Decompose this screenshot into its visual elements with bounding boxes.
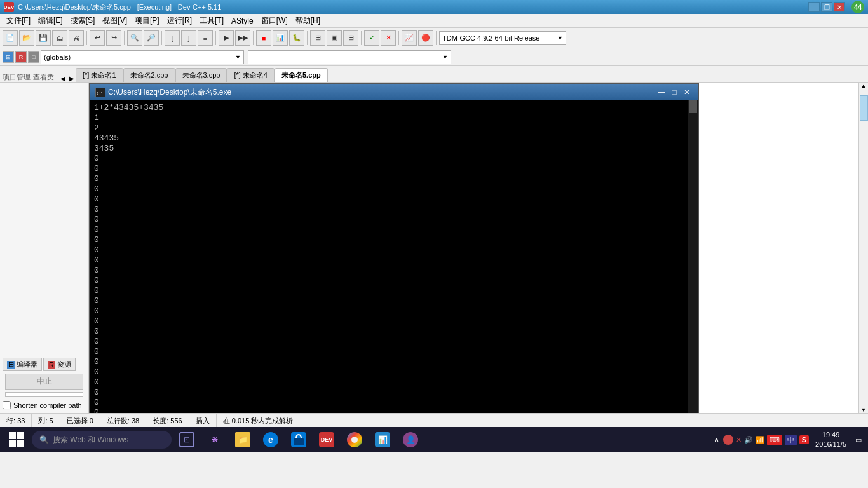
new-button[interactable]: 📄 <box>3 30 18 46</box>
debug-button[interactable]: 🐛 <box>289 30 304 46</box>
tray-ime-icon[interactable]: 中 <box>785 435 797 445</box>
view-split-button[interactable]: ▣ <box>327 30 342 46</box>
project-manager-nav[interactable]: 项目管理 <box>3 72 31 82</box>
menu-view[interactable]: 视图[V] <box>98 14 131 27</box>
console-maximize-button[interactable]: □ <box>668 87 680 97</box>
stop-compile-button[interactable]: ■ <box>256 30 271 46</box>
menu-search[interactable]: 搜索[S] <box>67 14 99 27</box>
class-browse-button[interactable]: ⊞ <box>3 51 14 63</box>
compiler-dropdown[interactable]: TDM-GCC 4.9.2 64-bit Release ▼ <box>439 31 566 45</box>
undo-button[interactable]: ↩ <box>90 30 105 46</box>
console-scrollbar[interactable] <box>688 100 698 413</box>
find-button[interactable]: 🔎 <box>144 30 159 46</box>
close-button[interactable]: ✕ <box>834 2 845 12</box>
toolbar2-btn3[interactable]: □ <box>28 51 39 63</box>
compile-button[interactable]: ▶ <box>219 30 234 46</box>
menu-file[interactable]: 文件[F] <box>3 14 34 27</box>
run-button[interactable]: ▶▶ <box>235 30 250 46</box>
devcpp-icon: DEV <box>319 432 334 447</box>
taskbar-chrome[interactable] <box>342 428 367 451</box>
shorten-compiler-checkbox[interactable] <box>3 401 11 409</box>
globals-dropdown[interactable]: (globals) ▼ <box>41 50 244 64</box>
compiler-tab-btn[interactable]: ⊞ 编译器 <box>3 358 42 371</box>
indent-button[interactable]: [ <box>165 30 180 46</box>
stop-button[interactable]: 中止 <box>5 374 83 390</box>
taskbar-store[interactable] <box>286 428 311 451</box>
globals-dropdown2-container: ▼ <box>248 50 451 64</box>
tray-expand-button[interactable]: ∧ <box>713 435 721 445</box>
menu-project[interactable]: 项目[P] <box>131 14 163 27</box>
menu-tools[interactable]: 工具[T] <box>196 14 227 27</box>
tray-volume-icon[interactable]: 🔊 <box>744 436 753 444</box>
right-scrollbar[interactable]: ▲ ▼ <box>858 83 868 413</box>
view-class-nav[interactable]: 查看类 <box>33 72 54 82</box>
tab-unnamed5[interactable]: 未命名5.cpp <box>275 68 328 82</box>
unindent-button[interactable]: ] <box>181 30 196 46</box>
sep5 <box>253 31 254 45</box>
check-button[interactable]: ✓ <box>364 30 379 46</box>
taskbar-chart[interactable]: 📊 <box>370 428 395 451</box>
taskbar-folder[interactable]: 📁 <box>230 428 255 451</box>
console-minimize-button[interactable]: — <box>656 87 667 97</box>
console-window: C: C:\Users\Hezq\Desktop\未命名5.exe — □ ✕ … <box>89 83 699 413</box>
tray-sougou-icon[interactable]: S <box>799 435 809 444</box>
tray-keyboard-icon[interactable]: ⌨ <box>767 435 782 445</box>
chart-button[interactable]: 📈 <box>402 30 417 46</box>
scrollbar-thumb[interactable] <box>860 95 868 121</box>
menu-run[interactable]: 运行[R] <box>163 14 196 27</box>
tab-unnamed1[interactable]: [*] 未命名1 <box>76 68 123 82</box>
console-scroll-thumb[interactable] <box>689 100 697 113</box>
print-button[interactable]: 🖨 <box>69 30 84 46</box>
taskbar-user[interactable]: 👤 <box>398 428 423 451</box>
tray-antivirus-icon[interactable]: ✕ <box>736 436 742 444</box>
scrollbar-down-arrow[interactable]: ▼ <box>859 407 868 413</box>
win-br <box>17 440 24 447</box>
win-tr <box>17 432 24 439</box>
minimize-button[interactable]: — <box>808 2 820 12</box>
save-button[interactable]: 💾 <box>36 30 51 46</box>
taskbar-multidesktop[interactable]: ⊡ <box>174 428 200 451</box>
bug-button[interactable]: 🔴 <box>418 30 433 46</box>
show-desktop-button[interactable]: ▭ <box>853 435 864 445</box>
search-bar[interactable]: 🔍 搜索 Web 和 Windows <box>32 431 172 449</box>
redo-button[interactable]: ↪ <box>106 30 121 46</box>
folder-icon: 📁 <box>235 432 250 447</box>
status-selected: 已选择 0 <box>60 414 100 427</box>
menu-help[interactable]: 帮助[H] <box>292 14 324 27</box>
search-placeholder: 搜索 Web 和 Windows <box>53 435 128 445</box>
globals-dropdown2[interactable]: ▼ <box>248 50 451 64</box>
tab-prev-button[interactable]: ◀ <box>59 75 67 82</box>
resources-tab-btn[interactable]: R 资源 <box>43 358 76 371</box>
menu-window[interactable]: 窗口[W] <box>257 14 292 27</box>
app-icon: DEV <box>4 2 14 12</box>
save-all-button[interactable]: 🗂 <box>52 30 67 46</box>
toggle-button[interactable]: ≡ <box>198 30 213 46</box>
sep4 <box>215 31 216 45</box>
system-tray: ∧ ✕ 🔊 📶 ⌨ 中 S 19:49 2016/11/5 ▭ <box>713 430 864 450</box>
resource-button[interactable]: R <box>15 51 27 63</box>
taskbar-devcpp[interactable]: DEV <box>314 428 339 451</box>
scrollbar-up-arrow[interactable]: ▲ <box>859 83 868 89</box>
open-button[interactable]: 📂 <box>19 30 34 46</box>
tab-unnamed4[interactable]: [*] 未命名4 <box>227 68 275 82</box>
taskbar-butterfly[interactable]: ❋ <box>202 428 227 451</box>
clock[interactable]: 19:49 2016/11/5 <box>811 430 850 450</box>
profile-button[interactable]: 📊 <box>273 30 288 46</box>
view-full-button[interactable]: ⊟ <box>343 30 358 46</box>
search-button[interactable]: 🔍 <box>127 30 142 46</box>
view-grid-button[interactable]: ⊞ <box>310 30 325 46</box>
taskbar-edge[interactable]: e <box>258 428 283 451</box>
console-close-button[interactable]: ✕ <box>681 87 693 97</box>
tab-next-button[interactable]: ▶ <box>68 75 76 82</box>
menu-astyle[interactable]: AStyle <box>227 15 257 27</box>
error-button[interactable]: ✕ <box>381 30 396 46</box>
status-insert: 插入 <box>189 414 217 427</box>
tray-network-icon[interactable]: 📶 <box>756 436 764 444</box>
restore-button[interactable]: ❐ <box>821 2 832 12</box>
selected-label: 已选择 <box>67 416 88 426</box>
start-button[interactable] <box>4 428 29 451</box>
tab-unnamed3[interactable]: 未命名3.cpp <box>175 68 227 82</box>
edge-icon: e <box>263 432 278 447</box>
menu-edit[interactable]: 编辑[E] <box>34 14 67 27</box>
tab-unnamed2[interactable]: 未命名2.cpp <box>123 68 175 82</box>
